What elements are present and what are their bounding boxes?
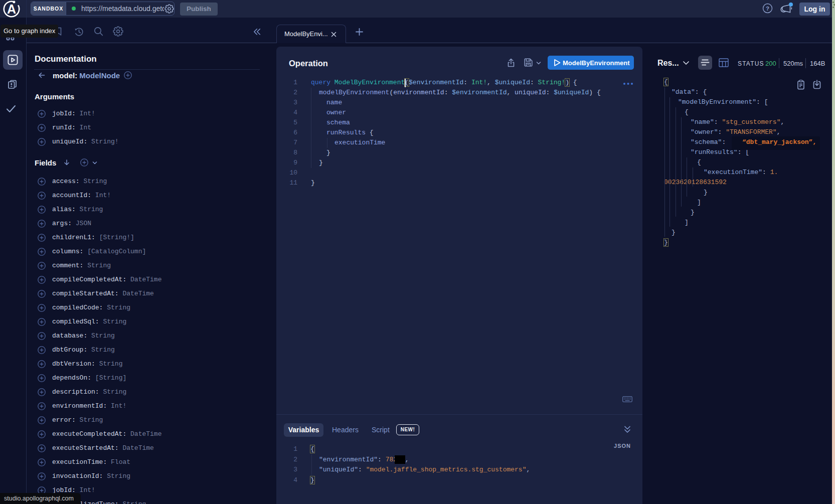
svg-text:A: A [7,2,16,16]
svg-text:?: ? [766,6,769,12]
